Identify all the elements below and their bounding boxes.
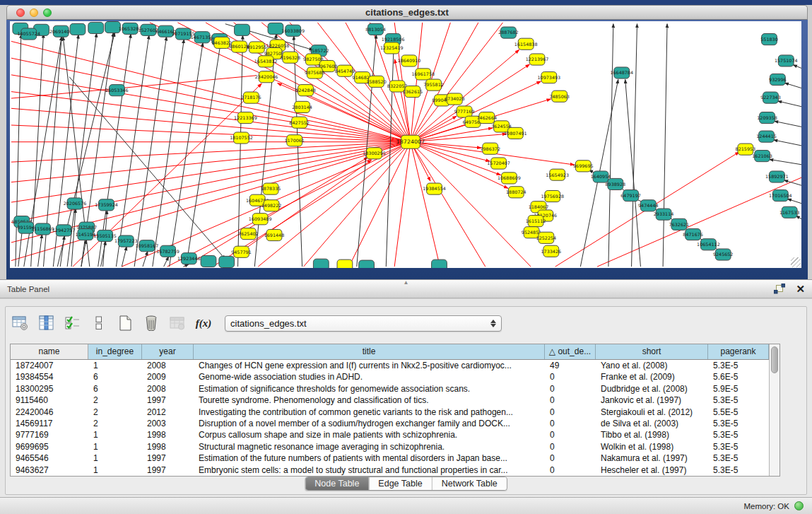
table-cell[interactable]: 9699695 xyxy=(11,441,88,452)
table-select-dropdown[interactable]: citations_edges.txt xyxy=(225,315,502,332)
table-cell[interactable]: Yano et al. (2008) xyxy=(596,360,708,371)
table-cell[interactable]: 1 xyxy=(88,465,142,476)
table-cell[interactable]: 5.3E-5 xyxy=(708,452,769,464)
table-cell[interactable]: Hescheler et al. (1997) xyxy=(596,465,708,476)
table-cell[interactable]: Embryonic stem cells: a model to study s… xyxy=(194,465,545,476)
table-row[interactable]: 1456911722003Disruption of a novel membe… xyxy=(11,418,769,429)
table-cell[interactable]: Disruption of a novel member of a sodium… xyxy=(194,418,545,429)
table-cell[interactable]: 0 xyxy=(545,371,596,382)
splitter-handle-icon[interactable]: ▲ xyxy=(404,280,409,286)
table-cell[interactable]: Corpus callosum shape and size in male p… xyxy=(194,429,545,440)
tab-network-table[interactable]: Network Table xyxy=(432,477,507,490)
table-cell[interactable]: 2003 xyxy=(142,418,194,429)
table-cell[interactable]: 5.6E-5 xyxy=(708,371,769,382)
table-cell[interactable]: 1 xyxy=(88,441,142,452)
zoom-window-button[interactable] xyxy=(43,8,52,17)
table-cell[interactable]: 0 xyxy=(545,383,596,395)
table-cell[interactable]: Nakamura et al. (1997) xyxy=(596,452,708,464)
table-cell[interactable]: Stergiakouli et al. (2012) xyxy=(596,407,708,418)
network-canvas[interactable]: 2069140610653287152760264661601071915514… xyxy=(10,21,801,268)
delete-columns-icon[interactable] xyxy=(142,314,160,332)
table-cell[interactable]: 5.3E-5 xyxy=(708,395,769,406)
table-cell[interactable]: 9465546 xyxy=(11,452,88,464)
show-columns-icon[interactable] xyxy=(37,314,56,332)
graph-node[interactable] xyxy=(88,22,104,33)
table-cell[interactable]: 1 xyxy=(88,429,142,440)
table-cell[interactable]: 2008 xyxy=(142,383,194,395)
column-header-short[interactable]: short xyxy=(596,344,708,359)
table-cell[interactable]: 0 xyxy=(545,418,596,429)
table-cell[interactable]: 9777169 xyxy=(11,429,88,440)
table-row[interactable]: 946362711997Embryonic stem cells: a mode… xyxy=(11,465,769,476)
table-cell[interactable]: 2008 xyxy=(142,360,194,371)
table-cell[interactable]: 0 xyxy=(545,395,596,406)
column-header-pagerank[interactable]: pagerank xyxy=(708,344,769,359)
table-row[interactable]: 1938455462009Genome-wide association stu… xyxy=(11,371,769,382)
table-row[interactable]: 946554611997Estimation of the future num… xyxy=(11,452,769,464)
table-vertical-scrollbar[interactable] xyxy=(769,344,779,476)
graph-node[interactable] xyxy=(337,259,353,268)
table-cell[interactable]: 9463627 xyxy=(11,465,88,476)
graph-node[interactable] xyxy=(201,255,216,267)
table-cell[interactable]: 5.5E-5 xyxy=(708,407,769,418)
table-row[interactable]: 1830029562008Estimation of significance … xyxy=(11,383,769,395)
float-panel-icon[interactable] xyxy=(773,284,786,295)
table-cell[interactable]: 1997 xyxy=(142,465,194,476)
graph-node[interactable] xyxy=(313,259,329,268)
table-cell[interactable]: 5.9E-5 xyxy=(708,383,769,395)
table-cell[interactable]: Structural magnetic resonance image aver… xyxy=(194,441,545,452)
close-panel-icon[interactable]: ✕ xyxy=(796,284,805,295)
table-cell[interactable]: Tourette syndrome. Phenomenology and cla… xyxy=(194,395,545,406)
column-header-year[interactable]: year xyxy=(142,344,194,359)
table-cell[interactable]: 1 xyxy=(88,360,142,371)
table-cell[interactable]: Wolkin et al. (1998) xyxy=(596,441,708,452)
table-cell[interactable]: 2 xyxy=(88,418,142,429)
minimize-window-button[interactable] xyxy=(30,8,38,17)
table-cell[interactable]: 1998 xyxy=(142,429,194,440)
table-row[interactable]: 1872400712008Changes of HCN gene express… xyxy=(11,360,769,371)
graph-node[interactable] xyxy=(432,259,447,268)
column-header-title[interactable]: title xyxy=(194,344,545,359)
table-cell[interactable]: 6 xyxy=(88,383,142,395)
select-all-icon[interactable] xyxy=(64,314,82,332)
new-column-icon[interactable] xyxy=(116,314,134,332)
table-cell[interactable]: 9115460 xyxy=(11,395,88,406)
graph-node[interactable] xyxy=(70,23,86,35)
table-row[interactable]: 911546021997Tourette syndrome. Phenomeno… xyxy=(11,395,769,406)
tab-node-table[interactable]: Node Table xyxy=(305,477,368,490)
close-window-button[interactable] xyxy=(16,8,25,17)
table-cell[interactable]: 1 xyxy=(88,452,142,464)
table-cell[interactable]: 49 xyxy=(545,360,596,371)
table-cell[interactable]: 2012 xyxy=(142,407,194,418)
citation-network-graph[interactable]: 2069140610653287152760264661601071915514… xyxy=(10,21,801,268)
table-cell[interactable]: 19384554 xyxy=(11,371,88,382)
table-cell[interactable]: 1997 xyxy=(142,395,194,406)
scrollbar-thumb[interactable] xyxy=(771,346,778,373)
table-cell[interactable]: 6 xyxy=(88,371,142,382)
table-mode-icon[interactable] xyxy=(11,314,30,332)
table-cell[interactable]: Tibbo et al. (1998) xyxy=(596,429,708,440)
tab-edge-table[interactable]: Edge Table xyxy=(368,477,431,490)
column-header-out-de-[interactable]: △ out_de... xyxy=(545,344,596,359)
table-cell[interactable]: 2 xyxy=(88,395,142,406)
table-cell[interactable]: 5.3E-5 xyxy=(708,441,769,452)
table-cell[interactable]: Estimation of significance thresholds fo… xyxy=(194,383,545,395)
column-header-name[interactable]: name xyxy=(11,344,88,359)
table-cell[interactable]: 18724007 xyxy=(11,360,88,371)
network-window-titlebar[interactable]: citations_edges.txt xyxy=(6,5,808,20)
table-panel-header[interactable]: ▲ Table Panel ✕ xyxy=(0,279,812,298)
function-builder-icon[interactable]: f(x) xyxy=(194,314,213,332)
graph-node[interactable] xyxy=(359,260,375,268)
table-cell[interactable]: de Silva et al. (2003) xyxy=(596,418,708,429)
table-cell[interactable]: 0 xyxy=(545,452,596,464)
table-cell[interactable]: Changes of HCN gene expression and I(f) … xyxy=(194,360,545,371)
table-cell[interactable]: 22420046 xyxy=(11,407,88,418)
table-cell[interactable]: 0 xyxy=(545,407,596,418)
table-row[interactable]: 2242004622012Investigating the contribut… xyxy=(11,407,769,418)
table-cell[interactable]: Franke et al. (2009) xyxy=(596,371,708,382)
table-cell[interactable]: 0 xyxy=(545,441,596,452)
column-header-in-degree[interactable]: in_degree xyxy=(88,344,142,359)
table-cell[interactable]: 14569117 xyxy=(11,418,88,429)
unselect-all-icon[interactable] xyxy=(90,314,108,332)
table-cell[interactable]: 2 xyxy=(88,407,142,418)
